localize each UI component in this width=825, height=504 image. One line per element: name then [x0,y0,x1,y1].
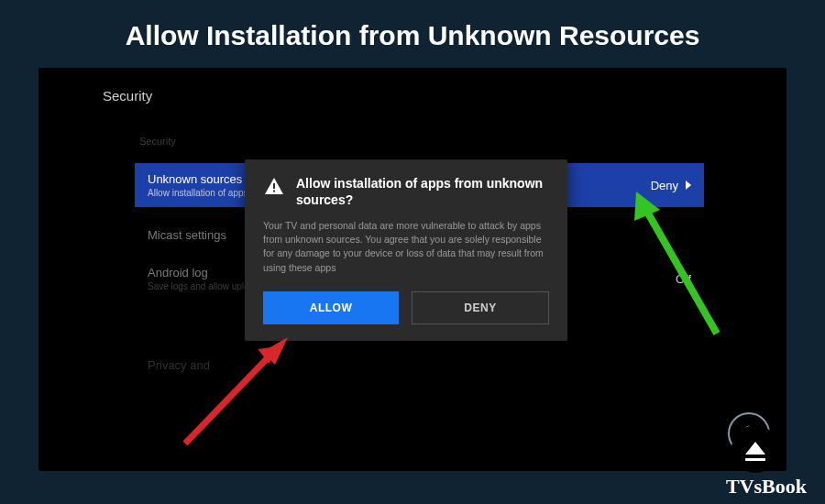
row-unknown-value: Deny [651,179,678,192]
tv-screenshot-frame: Security Security Unknown sources Allow … [38,68,786,471]
deny-button[interactable]: DENY [412,291,549,324]
dialog-title: Allow installation of apps from unknown … [296,176,549,208]
svg-rect-0 [273,183,275,189]
allow-button[interactable]: ALLOW [263,291,399,324]
svg-rect-1 [273,191,275,192]
eject-icon [732,425,779,473]
unknown-sources-dialog: Allow installation of apps from unknown … [245,159,567,341]
chevron-right-icon [686,181,691,190]
row-privacy-title: Privacy and [148,358,210,372]
warning-icon [263,176,285,198]
watermark: TVsBook [726,475,807,499]
row-privacy[interactable]: Privacy and [135,343,704,387]
row-android-value: Off [676,272,691,286]
row-micast-title: Micast settings [148,228,226,242]
security-section-label: Security [139,136,176,147]
dialog-body: Your TV and personal data are more vulne… [263,219,549,275]
security-heading: Security [103,88,152,104]
page-title: Allow Installation from Unknown Resource… [0,0,825,68]
